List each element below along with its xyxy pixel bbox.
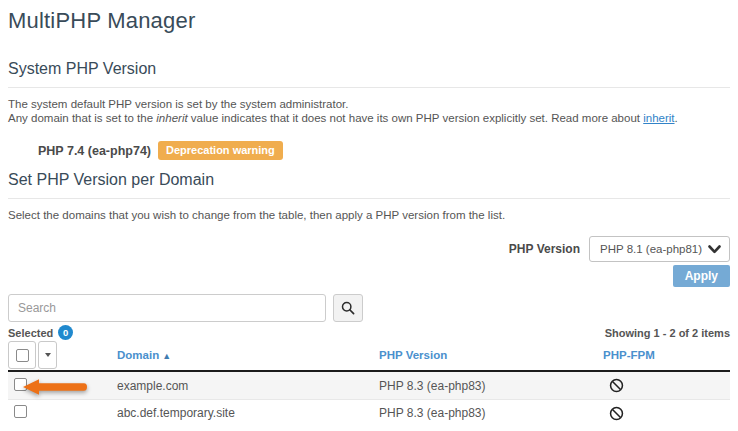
php-fpm-cell [603, 377, 730, 394]
row-checkbox[interactable] [14, 405, 27, 418]
inherit-link[interactable]: inherit [643, 112, 674, 124]
row-checkbox-cell [8, 378, 117, 394]
domain-cell: example.com [117, 379, 379, 393]
row-checkbox-cell [8, 405, 117, 421]
select-all-checkbox[interactable] [16, 349, 29, 362]
select-menu-button[interactable] [38, 341, 57, 369]
sort-asc-icon: ▲ [162, 351, 171, 361]
table-row-example-com: example.com PHP 8.3 (ea-php83) [8, 372, 730, 399]
chevron-down-icon [708, 245, 721, 254]
system-php-heading: System PHP Version [8, 60, 730, 88]
column-header-php-fpm[interactable]: PHP-FPM [603, 349, 730, 361]
php-version-cell: PHP 8.3 (ea-php83) [379, 379, 603, 393]
php-fpm-cell [603, 405, 730, 422]
table-row-abc-def-temporary-site: abc.def.temporary.site PHP 8.3 (ea-php83… [8, 399, 730, 426]
search-row [8, 294, 730, 322]
selected-label: Selected [8, 327, 53, 339]
per-domain-description: Select the domains that you wish to chan… [8, 208, 730, 222]
ban-icon [608, 405, 625, 422]
php-version-select-value: PHP 8.1 (ea-php81) [600, 243, 702, 255]
column-header-domain[interactable]: Domain▲ [117, 349, 379, 361]
php-version-cell: PHP 8.3 (ea-php83) [379, 406, 603, 420]
multiphp-manager-page: MultiPHP Manager System PHP Version The … [0, 8, 738, 426]
php-version-select[interactable]: PHP 8.1 (ea-php81) [589, 236, 730, 262]
select-all-button[interactable] [8, 341, 36, 369]
php-version-form: PHP Version PHP 8.1 (ea-php81) Apply [8, 236, 730, 287]
domain-cell: abc.def.temporary.site [117, 406, 379, 420]
system-php-version: PHP 7.4 (ea-php74) [38, 144, 151, 158]
php-version-label: PHP Version [509, 242, 580, 256]
apply-button[interactable]: Apply [673, 265, 730, 287]
select-all-button-group [8, 341, 57, 369]
description-line2-middle: value indicates that it does not have it… [188, 112, 644, 124]
description-line2-prefix: Any domain that is set to the [8, 112, 156, 124]
php-version-form-row: PHP Version PHP 8.1 (ea-php81) [509, 236, 730, 262]
table-header-select-cell [8, 341, 117, 369]
selected-status: Selected 0 [8, 325, 73, 340]
ban-icon [608, 377, 625, 394]
inherit-italic: inherit [156, 112, 187, 124]
page-title: MultiPHP Manager [8, 8, 730, 34]
search-icon [341, 301, 355, 315]
selected-count-badge: 0 [58, 325, 73, 340]
showing-items-status: Showing 1 - 2 of 2 items [605, 327, 730, 339]
system-php-description: The system default PHP version is set by… [8, 97, 730, 125]
deprecation-warning-badge: Deprecation warning [158, 141, 283, 160]
per-domain-heading: Set PHP Version per Domain [8, 171, 730, 199]
description-line1: The system default PHP version is set by… [8, 98, 348, 110]
system-php-version-row: PHP 7.4 (ea-php74) Deprecation warning [38, 141, 730, 160]
column-header-php-version[interactable]: PHP Version [379, 349, 603, 361]
row-checkbox[interactable] [14, 378, 27, 391]
domains-table: Domain▲ PHP Version PHP-FPM example.com … [8, 340, 730, 426]
status-row: Selected 0 Showing 1 - 2 of 2 items [8, 325, 730, 340]
search-button[interactable] [333, 294, 363, 322]
search-input[interactable] [8, 294, 326, 322]
caret-down-icon [45, 353, 51, 357]
domain-column-label: Domain [117, 349, 159, 361]
table-header-row: Domain▲ PHP Version PHP-FPM [8, 340, 730, 372]
description-line2-suffix: . [675, 112, 678, 124]
